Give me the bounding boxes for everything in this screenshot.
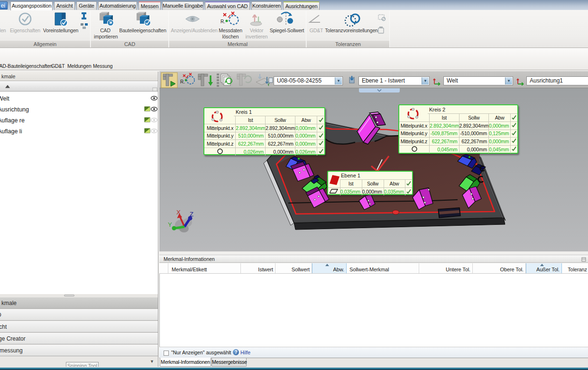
svg-text:R.: R.: [180, 79, 185, 84]
svg-text:Z: Z: [190, 211, 193, 218]
svg-text:R.: R.: [220, 19, 225, 24]
svg-text:X: X: [176, 209, 181, 216]
svg-text:Y: Y: [168, 221, 172, 228]
